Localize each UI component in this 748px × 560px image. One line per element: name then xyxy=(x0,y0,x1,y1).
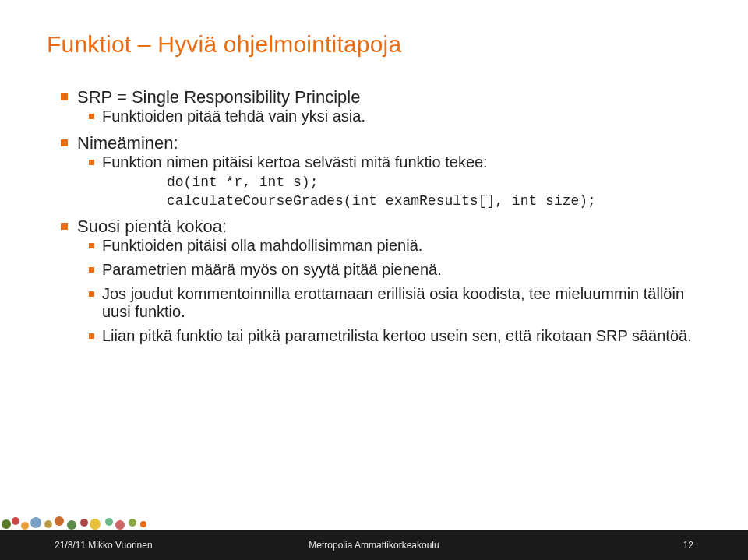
list-item: Suosi pientä kokoa: Funktioiden pitäisi … xyxy=(47,217,701,345)
code-line: calculateCourseGrades(int examResults[],… xyxy=(89,193,701,209)
svg-point-0 xyxy=(2,519,11,529)
slide-title: Funktiot – Hyviä ohjelmointitapoja xyxy=(47,31,701,58)
square-bullet-icon xyxy=(61,139,68,146)
svg-point-11 xyxy=(129,519,136,527)
svg-point-1 xyxy=(12,517,19,525)
svg-point-10 xyxy=(115,520,125,530)
square-bullet-icon xyxy=(89,267,94,273)
svg-point-8 xyxy=(90,519,101,530)
square-bullet-icon xyxy=(89,333,94,339)
bullet-text: SRP = Single Responsibility Principle xyxy=(77,87,360,107)
list-item: Funktion nimen pitäisi kertoa selvästi m… xyxy=(61,153,701,209)
bullet-text: Nimeäminen: xyxy=(77,133,178,153)
svg-point-3 xyxy=(30,517,41,528)
square-bullet-icon xyxy=(89,114,94,119)
bullet-text: Funktioiden pitää tehdä vain yksi asia. xyxy=(102,107,365,125)
svg-point-4 xyxy=(44,520,52,528)
square-bullet-icon xyxy=(89,160,94,165)
svg-point-12 xyxy=(140,521,146,527)
footer-date-author: 21/3/11 Mikko Vuorinen xyxy=(55,540,153,551)
bullet-text: Suosi pientä kokoa: xyxy=(77,217,227,237)
decorative-circles-icon xyxy=(0,513,171,530)
footer-page-number: 12 xyxy=(683,540,693,551)
square-bullet-icon xyxy=(89,243,94,248)
list-item: Nimeäminen: Funktion nimen pitäisi kerto… xyxy=(47,133,701,209)
svg-point-9 xyxy=(105,518,113,526)
list-item: Funktioiden pitäisi olla mahdollisimman … xyxy=(61,237,701,255)
slide-footer: 21/3/11 Mikko Vuorinen Metropolia Ammatt… xyxy=(0,530,748,560)
list-item: Funktioiden pitää tehdä vain yksi asia. xyxy=(61,107,701,125)
list-item: Liian pitkä funktio tai pitkä parametril… xyxy=(61,327,701,345)
list-item: SRP = Single Responsibility Principle Fu… xyxy=(47,87,701,125)
square-bullet-icon xyxy=(61,93,68,100)
svg-point-6 xyxy=(67,520,76,530)
bullet-text: Funktioiden pitäisi olla mahdollisimman … xyxy=(102,237,422,255)
bullet-list: SRP = Single Responsibility Principle Fu… xyxy=(47,87,701,345)
bullet-text: Parametrien määrä myös on syytä pitää pi… xyxy=(102,261,442,279)
code-line: do(int *r, int s); xyxy=(89,174,701,190)
slide: Funktiot – Hyviä ohjelmointitapoja SRP =… xyxy=(0,0,748,560)
bullet-text: Jos joudut kommentoinnilla erottamaan er… xyxy=(102,285,701,321)
svg-point-7 xyxy=(80,519,88,527)
bullet-text: Funktion nimen pitäisi kertoa selvästi m… xyxy=(102,153,488,171)
list-item: Parametrien määrä myös on syytä pitää pi… xyxy=(61,261,701,279)
svg-point-2 xyxy=(21,522,29,530)
svg-point-5 xyxy=(55,516,64,526)
list-item: Jos joudut kommentoinnilla erottamaan er… xyxy=(61,285,701,321)
square-bullet-icon xyxy=(61,223,68,230)
square-bullet-icon xyxy=(89,291,94,297)
bullet-text: Liian pitkä funktio tai pitkä parametril… xyxy=(102,327,692,345)
footer-organization: Metropolia Ammattikorkeakoulu xyxy=(309,540,439,551)
